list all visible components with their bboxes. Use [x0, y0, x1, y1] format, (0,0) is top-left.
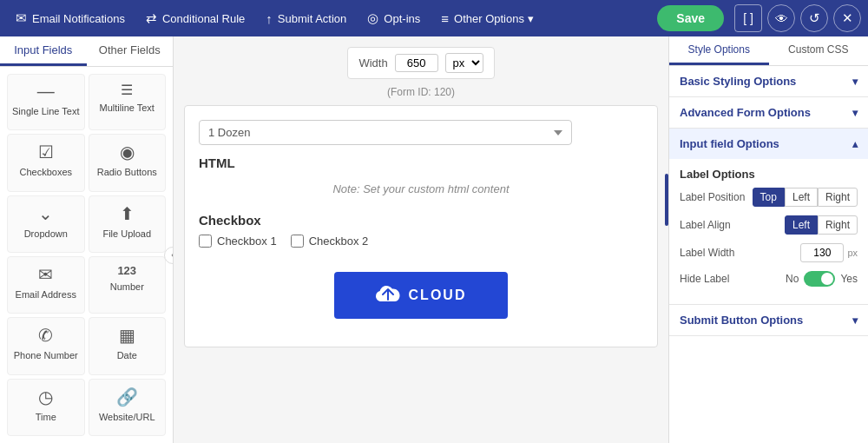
accordion-input-field-options: Input field Options ▴ Label Options Labe…: [669, 129, 868, 305]
right-content: Basic Styling Options ▾ Advanced Form Op…: [669, 66, 868, 443]
number-icon: 123: [117, 264, 136, 277]
html-section: HTML Note: Set your custom html content: [199, 155, 643, 202]
hide-label-no: No: [786, 273, 799, 285]
list-item[interactable]: Checkbox 1: [199, 235, 277, 248]
field-single-line-text[interactable]: — Single Line Text: [7, 74, 85, 130]
accordion-input-field-options-body: Label Options Label Position Top Left Ri…: [669, 159, 868, 304]
cloud-submit-button[interactable]: CLOUD: [334, 272, 508, 319]
nav-conditional-rule[interactable]: ⇄ Conditional Rule: [137, 5, 253, 31]
label-position-right-button[interactable]: Right: [818, 188, 858, 207]
label-align-right-button[interactable]: Right: [818, 215, 858, 235]
dropdown-icon: ⌄: [38, 203, 53, 224]
chevron-up-icon: ▴: [852, 138, 858, 150]
time-icon: ◷: [38, 387, 53, 407]
tab-other-fields[interactable]: Other Fields: [87, 36, 174, 66]
cloud-button-text: CLOUD: [409, 288, 467, 303]
field-radio-buttons[interactable]: ◉ Radio Buttons: [89, 134, 167, 191]
center-canvas: Width 650 px % (Form ID: 120) 1 Dozen HT…: [174, 36, 668, 443]
right-panel-scrollbar: [665, 174, 668, 226]
form-id: (Form ID: 120): [387, 86, 455, 98]
field-date[interactable]: ▦ Date: [89, 317, 167, 374]
form-canvas: 1 Dozen HTML Note: Set your custom html …: [184, 105, 658, 347]
accordion-advanced-form: Advanced Form Options ▾: [669, 97, 868, 129]
checkboxes-icon: ☑: [38, 142, 54, 162]
refresh-button[interactable]: ↺: [800, 4, 828, 32]
field-number[interactable]: 123 Number: [89, 256, 167, 314]
list-item[interactable]: Checkbox 2: [291, 235, 369, 248]
label-position-row: Label Position Top Left Right: [680, 188, 858, 207]
accordion-advanced-form-header[interactable]: Advanced Form Options ▾: [669, 97, 868, 128]
opt-in-icon: ◎: [367, 10, 378, 26]
hide-label-toggle-wrap: No Yes: [786, 271, 858, 287]
tab-style-options[interactable]: Style Options: [669, 36, 769, 65]
nav-email-notifications[interactable]: ✉ Email Notifications: [7, 5, 134, 31]
nav-submit-action[interactable]: ↑ Submit Action: [257, 6, 355, 31]
width-unit-select[interactable]: px %: [445, 53, 483, 73]
label-align-left-button[interactable]: Left: [785, 215, 818, 235]
canvas-dropdown-field[interactable]: 1 Dozen: [199, 120, 572, 145]
field-dropdown[interactable]: ⌄ Dropdown: [7, 195, 85, 253]
field-time[interactable]: ◷ Time: [7, 379, 85, 436]
save-button[interactable]: Save: [657, 5, 724, 31]
checkbox-section-label: Checkbox: [199, 213, 643, 228]
preview-button[interactable]: [ ]: [734, 4, 762, 32]
accordion-submit-button-options-header[interactable]: Submit Button Options ▾: [669, 305, 868, 335]
tab-custom-css[interactable]: Custom CSS: [769, 36, 869, 65]
left-tabs: Input Fields Other Fields: [0, 36, 173, 67]
label-position-top-button[interactable]: Top: [753, 188, 785, 207]
label-options-title: Label Options: [680, 168, 858, 181]
canvas-toolbar: Width 650 px %: [347, 47, 494, 79]
chevron-down-icon: ▾: [852, 76, 858, 88]
email-address-icon: ✉: [38, 264, 53, 285]
conditional-icon: ⇄: [146, 10, 157, 26]
accordion-basic-styling-header[interactable]: Basic Styling Options ▾: [669, 66, 868, 96]
html-note: Note: Set your custom html content: [199, 175, 643, 202]
date-icon: ▦: [119, 325, 135, 346]
label-position-label: Label Position: [680, 191, 745, 203]
nav-actions: [ ] 👁 ↺ ✕: [734, 4, 861, 32]
field-website-url[interactable]: 🔗 Website/URL: [89, 379, 167, 436]
label-position-btn-group: Top Left Right: [753, 188, 858, 207]
top-nav: ✉ Email Notifications ⇄ Conditional Rule…: [0, 0, 868, 36]
tab-input-fields[interactable]: Input Fields: [0, 36, 87, 66]
fields-grid: — Single Line Text ☰ Multiline Text ☑ Ch…: [0, 67, 173, 443]
width-input[interactable]: 650: [395, 54, 438, 72]
accordion-submit-button-options: Submit Button Options ▾: [669, 305, 868, 336]
label-position-left-button[interactable]: Left: [785, 188, 818, 207]
label-align-label: Label Align: [680, 219, 731, 231]
multiline-text-icon: ☰: [121, 82, 133, 98]
field-phone-number[interactable]: ✆ Phone Number: [7, 317, 85, 374]
email-icon: ✉: [16, 10, 27, 26]
left-panel: Input Fields Other Fields — Single Line …: [0, 36, 174, 443]
label-align-row: Label Align Left Right: [680, 215, 858, 235]
cloud-icon: [376, 284, 400, 307]
label-width-input-wrap: px: [800, 243, 858, 262]
field-file-upload[interactable]: ⬆ File Upload: [89, 195, 167, 253]
hide-label-yes: Yes: [840, 273, 858, 285]
submit-icon: ↑: [266, 11, 273, 26]
radio-buttons-icon: ◉: [120, 142, 135, 162]
field-checkboxes[interactable]: ☑ Checkboxes: [7, 134, 85, 191]
main-layout: Input Fields Other Fields — Single Line …: [0, 36, 868, 443]
accordion-input-field-options-header[interactable]: Input field Options ▴: [669, 129, 868, 159]
close-button[interactable]: ✕: [833, 4, 861, 32]
toggle-slider: [804, 271, 835, 287]
hide-label-toggle[interactable]: [804, 271, 835, 287]
field-multiline-text[interactable]: ☰ Multiline Text: [89, 74, 167, 130]
chevron-down-icon: ▾: [852, 314, 858, 327]
single-line-text-icon: —: [37, 82, 55, 102]
label-width-input[interactable]: [800, 243, 844, 262]
options-icon: ≡: [441, 11, 449, 26]
label-align-btn-group: Left Right: [785, 215, 858, 235]
nav-opt-ins[interactable]: ◎ Opt-ins: [358, 5, 429, 31]
link-icon: 🔗: [116, 387, 138, 407]
file-upload-icon: ⬆: [120, 203, 135, 224]
eye-button[interactable]: 👁: [767, 4, 795, 32]
right-panel: Style Options Custom CSS Basic Styling O…: [668, 36, 868, 443]
hide-label-label: Hide Label: [680, 273, 729, 285]
checkbox-1[interactable]: [199, 235, 212, 248]
field-email-address[interactable]: ✉ Email Address: [7, 256, 85, 314]
nav-other-options[interactable]: ≡ Other Options ▾: [432, 6, 542, 31]
checkbox-2[interactable]: [291, 235, 304, 248]
accordion-basic-styling: Basic Styling Options ▾: [669, 66, 868, 97]
